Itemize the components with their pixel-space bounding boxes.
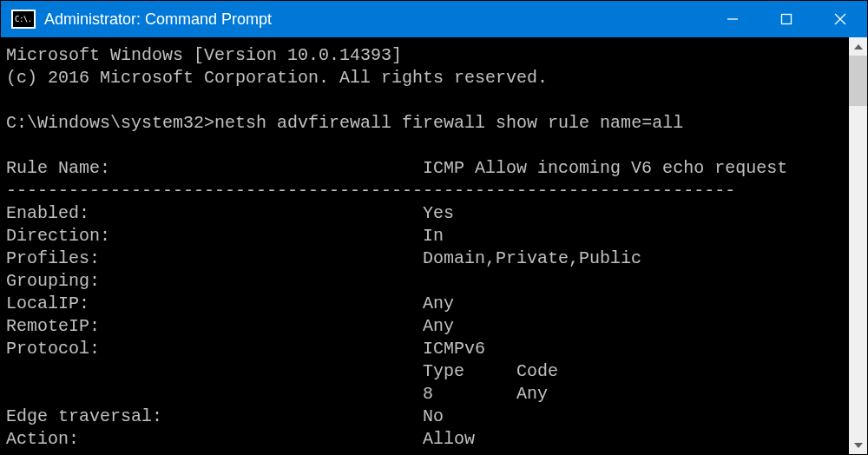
rule-value: ICMP Allow incoming V6 echo request xyxy=(423,158,787,178)
rule-value: Allow xyxy=(423,429,475,449)
rule-label: Protocol: xyxy=(6,338,423,360)
rule-value: ICMPv6 xyxy=(423,339,485,359)
rule-label: RemoteIP: xyxy=(6,315,423,338)
type-value: 8 xyxy=(423,383,516,406)
rule-row: Action:Allow xyxy=(6,428,845,451)
titlebar: C:\. Administrator: Command Prompt xyxy=(1,1,867,37)
separator-line: ----------------------------------------… xyxy=(6,180,845,202)
rule-value: Any xyxy=(423,293,454,313)
minimize-button[interactable] xyxy=(706,1,760,37)
rule-label: Profiles: xyxy=(6,247,423,270)
rule-label: Enabled: xyxy=(6,202,423,225)
rule-value: Yes xyxy=(423,203,454,223)
code-value: Any xyxy=(516,384,548,404)
header-line: (c) 2016 Microsoft Corporation. All righ… xyxy=(6,67,845,89)
rule-row: LocalIP:Any xyxy=(6,293,845,315)
close-button[interactable] xyxy=(813,1,867,37)
rule-row: Profiles:Domain,Private,Public xyxy=(6,247,845,270)
scroll-down-button[interactable] xyxy=(849,436,867,454)
rule-label: Edge traversal: xyxy=(6,406,423,428)
rule-subrow: TypeCode xyxy=(6,360,845,383)
window-controls xyxy=(706,1,867,37)
scroll-up-button[interactable] xyxy=(849,37,867,56)
rule-subrow: 8Any xyxy=(6,383,845,406)
code-header: Code xyxy=(516,361,558,381)
cmd-icon: C:\. xyxy=(11,10,36,29)
type-header: Type xyxy=(423,360,516,383)
rule-row: Direction:In xyxy=(6,225,845,247)
command-text: netsh advfirewall firewall show rule nam… xyxy=(214,113,683,133)
header-line: Microsoft Windows [Version 10.0.14393] xyxy=(6,44,845,67)
prompt-line: C:\Windows\system32>netsh advfirewall fi… xyxy=(6,112,845,135)
rule-row: Protocol:ICMPv6 xyxy=(6,338,845,360)
rule-label: Action: xyxy=(6,428,423,451)
scrollbar[interactable] xyxy=(849,37,867,454)
rule-label: Rule Name: xyxy=(6,157,423,180)
rule-value: Any xyxy=(423,316,454,336)
svg-marker-4 xyxy=(854,44,863,49)
blank-line xyxy=(6,135,845,157)
prompt: C:\Windows\system32> xyxy=(6,113,214,133)
window-title: Administrator: Command Prompt xyxy=(44,10,706,29)
rule-label: Grouping: xyxy=(6,270,423,293)
terminal-area: Microsoft Windows [Version 10.0.14393](c… xyxy=(1,37,867,454)
rule-label: LocalIP: xyxy=(6,293,423,315)
rule-row: Edge traversal:No xyxy=(6,406,845,428)
svg-marker-5 xyxy=(854,443,863,448)
cmd-icon-label: C:\. xyxy=(13,11,34,27)
rule-value: In xyxy=(423,226,444,246)
blank-line xyxy=(6,89,845,112)
rule-label: Direction: xyxy=(6,225,423,247)
rule-value: Domain,Private,Public xyxy=(423,248,641,268)
rule-row: Grouping: xyxy=(6,270,845,293)
svg-rect-1 xyxy=(782,15,792,24)
scroll-thumb[interactable] xyxy=(849,56,867,106)
rule-row: Enabled:Yes xyxy=(6,202,845,225)
rule-value: No xyxy=(423,406,444,426)
maximize-button[interactable] xyxy=(760,1,813,37)
terminal-output[interactable]: Microsoft Windows [Version 10.0.14393](c… xyxy=(1,37,849,454)
rule-row: RemoteIP:Any xyxy=(6,315,845,338)
rule-row: Rule Name:ICMP Allow incoming V6 echo re… xyxy=(6,157,845,180)
